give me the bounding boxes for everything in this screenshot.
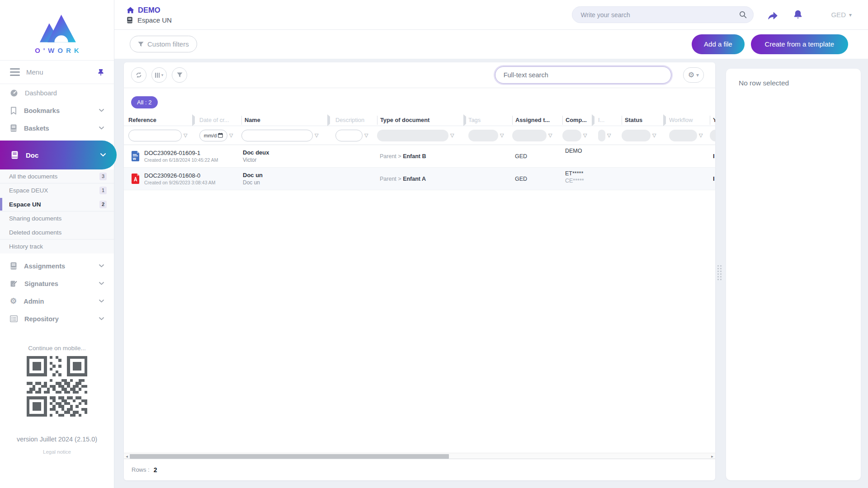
sidebar-item-all-documents[interactable]: All the documents 3 (0, 169, 114, 183)
column-header-status[interactable]: Status (622, 116, 661, 125)
logo-wordmark: O'WORK (32, 47, 82, 54)
count-badge: 1 (99, 187, 107, 194)
date-filter-input[interactable]: mm/d (199, 130, 227, 141)
calendar-icon[interactable] (218, 133, 223, 138)
type-parent: Parent (380, 176, 396, 182)
funnel-icon[interactable]: ▽ (583, 133, 587, 138)
user-menu[interactable]: GED ▾ (831, 11, 852, 19)
pdf-file-icon (131, 174, 140, 184)
scrollbar-thumb[interactable] (130, 454, 449, 459)
funnel-icon[interactable]: ▽ (652, 133, 656, 138)
column-header-description[interactable]: Description (335, 117, 377, 123)
sidebar-item-sharing-documents[interactable]: Sharing documents (0, 211, 114, 225)
pin-icon[interactable] (98, 69, 104, 76)
columns-button[interactable]: ▾ (151, 67, 167, 83)
sidebar-item-admin[interactable]: ⚙ Admin (0, 292, 114, 310)
name-filter-input[interactable] (241, 130, 313, 141)
scroll-left-icon[interactable]: ◂ (124, 454, 130, 459)
panel-resize-handle[interactable] (717, 265, 722, 280)
book-icon (10, 124, 17, 132)
share-icon[interactable] (767, 10, 778, 20)
funnel-icon[interactable]: ▽ (450, 133, 454, 138)
sidebar-item-label: Repository (24, 315, 59, 323)
add-file-button[interactable]: Add a file (692, 34, 745, 54)
horizontal-scrollbar[interactable]: ◂ ▸ (124, 453, 715, 459)
column-header-i[interactable]: I... (598, 117, 622, 123)
sidebar-item-espace-un[interactable]: Espace UN 2 (0, 197, 114, 211)
column-header-date[interactable]: Date of cr... (199, 117, 241, 123)
funnel-icon[interactable]: ▽ (229, 133, 233, 138)
assigned-cell: GED (512, 153, 562, 160)
sidebar-item-label: Assignments (24, 263, 65, 270)
funnel-icon[interactable]: ▽ (699, 133, 703, 138)
custom-filters-button[interactable]: Custom filters (130, 36, 197, 52)
column-header-workflow[interactable]: Workflow (669, 117, 710, 123)
book-icon (11, 151, 19, 159)
mobile-hint: Continue on mobile... (0, 345, 114, 352)
table-settings-button[interactable]: ⚙ ▾ (683, 67, 704, 83)
table-row[interactable]: w DOC230926-01609-1 Created on 6/18/2024… (124, 145, 715, 168)
column-header-y[interactable]: Y (710, 116, 715, 125)
funnel-icon[interactable]: ▽ (184, 133, 187, 138)
app-logo[interactable]: O'WORK (0, 0, 114, 60)
scroll-right-icon[interactable]: ▸ (709, 454, 715, 459)
space-breadcrumb[interactable]: Espace UN (127, 16, 172, 24)
search-icon[interactable] (739, 11, 747, 19)
svg-text:w: w (132, 156, 137, 161)
sidebar-item-repository[interactable]: Repository (0, 310, 114, 328)
sidebar-item-espace-deux[interactable]: Espace DEUX 1 (0, 183, 114, 197)
table-row[interactable]: DOC230926-01608-0 Created on 9/26/2023 3… (124, 168, 715, 190)
reference-filter-input[interactable] (128, 130, 182, 141)
word-file-icon: w (131, 151, 140, 161)
description-filter-input[interactable] (335, 130, 363, 141)
sidebar-item-history-track[interactable]: History track (0, 239, 114, 253)
column-header-reference[interactable]: Reference (128, 117, 190, 123)
documents-panel: ▾ ⚙ ▾ All : 2 Reference Date of cr... Na… (124, 62, 715, 480)
global-search-input[interactable] (580, 11, 739, 19)
doc-submenu: All the documents 3 Espace DEUX 1 Espace… (0, 169, 114, 253)
book-icon (127, 17, 133, 23)
column-separator-icon (592, 114, 594, 126)
document-subtitle: Doc un (243, 179, 326, 186)
home-breadcrumb[interactable]: DEMO (127, 6, 172, 14)
column-header-type[interactable]: Type of document (377, 116, 462, 125)
funnel-icon[interactable]: ▽ (364, 133, 368, 138)
sidebar-item-signatures[interactable]: Signatures (0, 275, 114, 292)
sidebar-item-bookmarks[interactable]: Bookmarks (0, 102, 114, 119)
column-header-name[interactable]: Name (241, 116, 326, 125)
sidebar-item-deleted-documents[interactable]: Deleted documents (0, 225, 114, 239)
table-empty-space (124, 190, 715, 453)
fulltext-search-input[interactable] (495, 66, 671, 84)
column-header-tags[interactable]: Tags (468, 117, 512, 123)
sidebar-item-doc[interactable]: Doc (0, 141, 117, 169)
hamburger-icon (10, 68, 20, 76)
funnel-icon[interactable]: ▽ (548, 133, 552, 138)
refresh-button[interactable] (131, 67, 146, 83)
column-header-company[interactable]: Comp... (562, 116, 590, 125)
name-cell: Doc deux Victor (241, 149, 326, 163)
detail-panel: No row selected (726, 69, 861, 480)
menu-toggle[interactable]: Menu (0, 60, 114, 84)
funnel-icon[interactable]: ▽ (607, 133, 611, 138)
chevron-down-icon: ▾ (849, 12, 852, 18)
result-filter-row: All : 2 (124, 88, 715, 114)
user-menu-label: GED (831, 11, 846, 19)
funnel-icon[interactable]: ▽ (500, 133, 504, 138)
refresh-icon (135, 71, 142, 79)
date-placeholder: mm/d (204, 133, 217, 138)
funnel-icon[interactable]: ▽ (315, 133, 318, 138)
sidebar-item-dashboard[interactable]: Dashboard (0, 84, 114, 102)
funnel-icon (177, 72, 183, 78)
create-from-template-button[interactable]: Create from a template (751, 34, 848, 54)
column-header-assigned[interactable]: Assigned t... (512, 116, 562, 125)
bell-icon[interactable] (793, 9, 803, 20)
y-filter-disabled (710, 130, 715, 141)
all-results-badge[interactable]: All : 2 (131, 96, 158, 108)
global-search[interactable] (572, 6, 754, 23)
sidebar-item-assignments[interactable]: Assignments (0, 257, 114, 275)
sidebar-item-baskets[interactable]: Baskets (0, 119, 114, 137)
filter-button[interactable] (172, 67, 187, 83)
sub-item-label: All the documents (9, 173, 57, 180)
sub-item-label: Espace DEUX (9, 187, 48, 194)
legal-notice-link[interactable]: Legal notice (0, 449, 114, 455)
